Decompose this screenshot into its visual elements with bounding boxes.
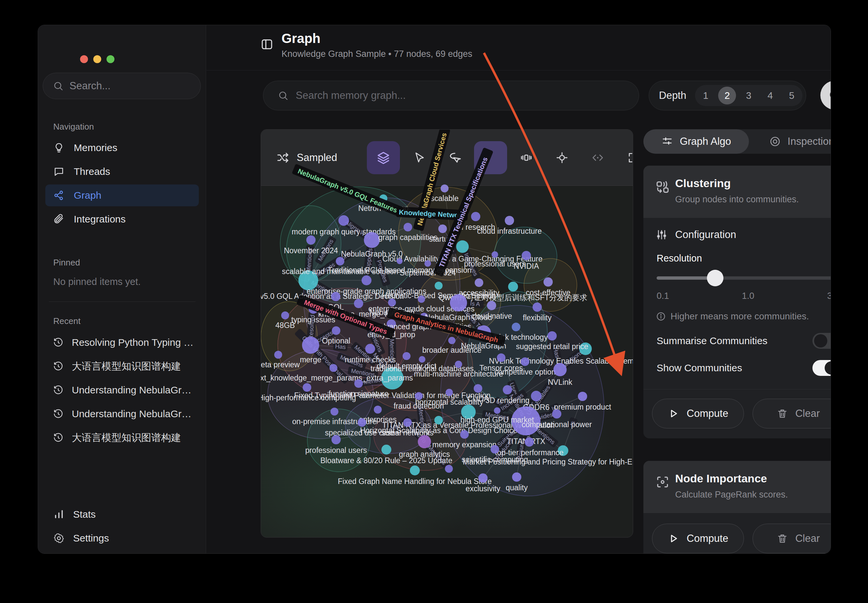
graph-node[interactable] bbox=[450, 294, 467, 311]
graph-node[interactable] bbox=[533, 303, 542, 312]
graph-node[interactable] bbox=[487, 301, 496, 310]
graph-node[interactable] bbox=[332, 326, 340, 335]
graph-node[interactable] bbox=[531, 391, 541, 401]
graph-node[interactable] bbox=[435, 282, 443, 289]
graph-search-input[interactable]: Search memory graph... bbox=[263, 81, 639, 110]
clustering-clear-button[interactable]: Clear bbox=[753, 399, 831, 428]
recent-item[interactable]: 大语言模型知识图谱构建 bbox=[45, 356, 202, 377]
graph-node[interactable] bbox=[381, 445, 391, 455]
zoom-window-button[interactable] bbox=[107, 55, 115, 63]
recent-item[interactable]: Resolving Python Typing … bbox=[45, 332, 202, 353]
summarise-communities-toggle[interactable] bbox=[812, 333, 831, 349]
layers-tool-button[interactable] bbox=[367, 141, 400, 174]
sidebar-item-threads[interactable]: Threads bbox=[45, 161, 199, 182]
recent-item[interactable]: 大语言模型知识图谱构建 bbox=[45, 427, 202, 448]
sample-mode-indicator[interactable]: Sampled bbox=[276, 151, 337, 164]
graph-node[interactable] bbox=[306, 235, 316, 245]
recent-item[interactable]: Understanding NebulaGr… bbox=[45, 404, 202, 425]
graph-node[interactable] bbox=[336, 257, 344, 266]
graph-node[interactable] bbox=[547, 331, 557, 340]
tab-inspection[interactable]: Inspection bbox=[749, 129, 831, 154]
graph-node[interactable] bbox=[578, 392, 587, 401]
graph-node[interactable] bbox=[332, 435, 341, 444]
graph-node[interactable] bbox=[361, 275, 372, 285]
graph-node[interactable] bbox=[308, 305, 318, 314]
sidebar-item-settings[interactable]: Settings bbox=[45, 527, 184, 549]
graph-node[interactable] bbox=[505, 216, 514, 225]
chevron-up-icon[interactable] bbox=[829, 479, 831, 491]
graph-node[interactable] bbox=[404, 223, 412, 231]
graph-node[interactable] bbox=[471, 212, 480, 221]
graph-node[interactable] bbox=[512, 406, 541, 435]
search-submit-button[interactable] bbox=[820, 81, 831, 110]
graph-node[interactable] bbox=[418, 295, 425, 303]
chevron-up-icon[interactable] bbox=[829, 184, 831, 196]
graph-node[interactable] bbox=[364, 232, 380, 248]
graph-node[interactable] bbox=[420, 313, 428, 321]
graph-node[interactable] bbox=[274, 351, 282, 359]
graph-node[interactable] bbox=[503, 385, 512, 394]
graph-node[interactable] bbox=[418, 435, 431, 448]
hand-tool-button[interactable] bbox=[474, 141, 507, 174]
graph-node[interactable] bbox=[525, 438, 534, 447]
graph-node[interactable] bbox=[387, 319, 396, 329]
graph-node[interactable] bbox=[381, 367, 404, 390]
graph-node[interactable] bbox=[544, 277, 553, 287]
resolution-slider[interactable] bbox=[657, 274, 831, 282]
graph-node[interactable] bbox=[281, 311, 289, 319]
graph-node[interactable] bbox=[522, 251, 531, 260]
graph-node[interactable] bbox=[512, 472, 521, 482]
show-communities-toggle[interactable] bbox=[812, 360, 831, 376]
graph-node[interactable] bbox=[338, 215, 349, 226]
graph-node[interactable] bbox=[461, 405, 476, 419]
sidebar-search-input[interactable]: Search... bbox=[43, 73, 201, 99]
graph-node[interactable] bbox=[354, 299, 363, 308]
graph-node[interactable] bbox=[478, 473, 488, 483]
graph-node[interactable] bbox=[553, 363, 567, 376]
graph-node[interactable] bbox=[455, 361, 462, 368]
fullscreen-tool-button[interactable] bbox=[617, 141, 633, 174]
sidebar-item-graph[interactable]: Graph bbox=[45, 184, 199, 206]
graph-node[interactable] bbox=[445, 465, 453, 473]
clustering-compute-button[interactable]: Compute bbox=[652, 399, 744, 428]
sidebar-toggle-icon[interactable] bbox=[260, 38, 274, 51]
graph-node[interactable] bbox=[491, 445, 499, 453]
shake-tool-button[interactable] bbox=[510, 141, 543, 174]
graph-node[interactable] bbox=[448, 337, 456, 344]
graph-node[interactable] bbox=[354, 379, 363, 388]
graph-canvas[interactable]: Sampled MentionsMentionsMentionsMentions… bbox=[261, 129, 633, 538]
graph-node[interactable] bbox=[425, 260, 431, 267]
locate-tool-button[interactable] bbox=[546, 141, 578, 174]
depth-option-3[interactable]: 3 bbox=[739, 87, 758, 104]
graph-node[interactable] bbox=[388, 298, 396, 306]
graph-node[interactable] bbox=[446, 389, 453, 396]
pagerank-compute-button[interactable]: Compute bbox=[652, 524, 744, 554]
sidebar-item-integrations[interactable]: Integrations bbox=[45, 208, 199, 230]
graph-node[interactable] bbox=[438, 224, 447, 233]
sidebar-item-stats[interactable]: Stats bbox=[45, 504, 184, 525]
graph-node[interactable] bbox=[415, 392, 423, 400]
graph-node[interactable] bbox=[380, 194, 388, 203]
graph-node[interactable] bbox=[558, 445, 568, 456]
graph-node[interactable] bbox=[397, 258, 403, 264]
graph-node[interactable] bbox=[303, 383, 311, 392]
clustering-card-header[interactable]: Clustering Group nodes into communities. bbox=[643, 165, 831, 218]
graph-node[interactable] bbox=[456, 240, 469, 253]
graph-node[interactable] bbox=[475, 278, 483, 287]
slider-thumb[interactable] bbox=[707, 270, 724, 286]
depth-option-4[interactable]: 4 bbox=[761, 87, 779, 104]
sidebar-item-memories[interactable]: Memories bbox=[45, 137, 199, 159]
graph-node[interactable] bbox=[298, 271, 318, 290]
graph-node[interactable] bbox=[579, 342, 592, 355]
graph-node[interactable] bbox=[374, 406, 382, 414]
depth-option-2[interactable]: 2 bbox=[718, 87, 736, 104]
graph-node[interactable] bbox=[521, 357, 529, 366]
graph-node[interactable] bbox=[331, 292, 340, 301]
node-importance-header[interactable]: Node Importance Calculate PageRank score… bbox=[643, 461, 831, 513]
graph-node[interactable] bbox=[365, 344, 375, 354]
graph-node[interactable] bbox=[552, 409, 561, 419]
depth-option-5[interactable]: 5 bbox=[783, 87, 801, 104]
graph-node[interactable] bbox=[330, 408, 338, 416]
graph-node[interactable] bbox=[508, 282, 518, 292]
graph-node[interactable] bbox=[476, 325, 491, 340]
